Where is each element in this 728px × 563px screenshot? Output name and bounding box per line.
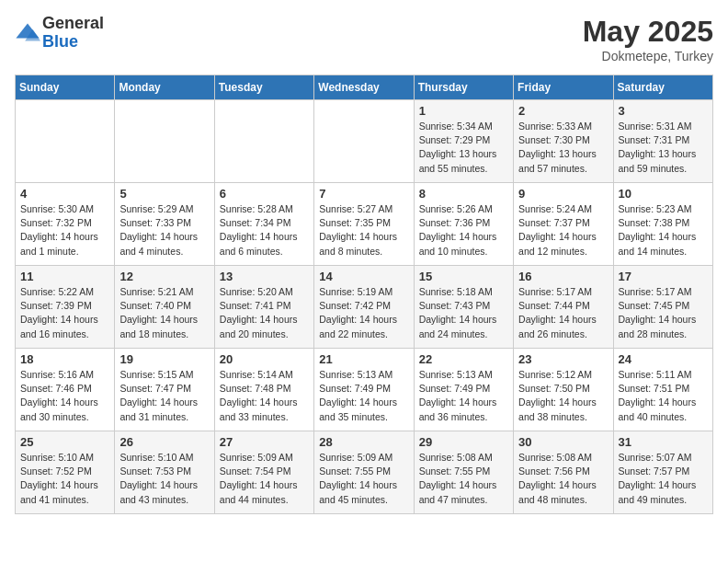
- day-number: 28: [319, 435, 408, 449]
- day-cell: 7Sunrise: 5:27 AMSunset: 7:35 PMDaylight…: [314, 183, 414, 266]
- day-number: 22: [419, 352, 508, 366]
- location-subtitle: Dokmetepe, Turkey: [583, 49, 713, 63]
- header-day-wednesday: Wednesday: [314, 75, 414, 100]
- day-info: Sunrise: 5:13 AMSunset: 7:49 PMDaylight:…: [319, 368, 408, 424]
- day-info: Sunrise: 5:30 AMSunset: 7:32 PMDaylight:…: [20, 202, 109, 259]
- day-cell: 22Sunrise: 5:13 AMSunset: 7:49 PMDayligh…: [414, 349, 513, 431]
- day-info: Sunrise: 5:24 AMSunset: 7:37 PMDaylight:…: [518, 202, 608, 259]
- day-info: Sunrise: 5:21 AMSunset: 7:40 PMDaylight:…: [119, 285, 209, 341]
- header-day-thursday: Thursday: [414, 75, 513, 100]
- day-cell: [214, 100, 313, 183]
- day-cell: [16, 100, 115, 183]
- day-info: Sunrise: 5:28 AMSunset: 7:34 PMDaylight:…: [220, 202, 309, 259]
- day-number: 14: [319, 270, 408, 283]
- logo: General Blue: [15, 15, 104, 52]
- calendar-header: SundayMondayTuesdayWednesdayThursdayFrid…: [16, 75, 713, 100]
- day-number: 4: [20, 187, 109, 201]
- day-cell: 27Sunrise: 5:09 AMSunset: 7:54 PMDayligh…: [214, 431, 313, 514]
- day-info: Sunrise: 5:09 AMSunset: 7:54 PMDaylight:…: [220, 451, 309, 507]
- day-cell: 6Sunrise: 5:28 AMSunset: 7:34 PMDaylight…: [214, 183, 313, 266]
- header-day-friday: Friday: [514, 75, 613, 100]
- day-cell: 5Sunrise: 5:29 AMSunset: 7:33 PMDaylight…: [115, 183, 214, 266]
- day-cell: 31Sunrise: 5:07 AMSunset: 7:57 PMDayligh…: [613, 431, 712, 514]
- logo-general: General: [42, 15, 104, 33]
- day-info: Sunrise: 5:31 AMSunset: 7:31 PMDaylight:…: [619, 120, 708, 176]
- week-row-5: 25Sunrise: 5:10 AMSunset: 7:52 PMDayligh…: [16, 431, 713, 514]
- week-row-1: 1Sunrise: 5:34 AMSunset: 7:29 PMDaylight…: [16, 100, 713, 183]
- day-cell: 29Sunrise: 5:08 AMSunset: 7:55 PMDayligh…: [414, 431, 513, 514]
- day-info: Sunrise: 5:10 AMSunset: 7:53 PMDaylight:…: [119, 451, 209, 507]
- day-number: 9: [518, 187, 608, 201]
- day-cell: 10Sunrise: 5:23 AMSunset: 7:38 PMDayligh…: [613, 183, 712, 266]
- month-title: May 2025: [583, 15, 713, 49]
- day-cell: 16Sunrise: 5:17 AMSunset: 7:44 PMDayligh…: [514, 266, 613, 349]
- day-number: 31: [619, 435, 708, 449]
- day-number: 18: [20, 352, 109, 366]
- day-cell: 23Sunrise: 5:12 AMSunset: 7:50 PMDayligh…: [514, 349, 613, 431]
- header-day-monday: Monday: [115, 75, 214, 100]
- day-info: Sunrise: 5:20 AMSunset: 7:41 PMDaylight:…: [220, 285, 309, 341]
- day-info: Sunrise: 5:13 AMSunset: 7:49 PMDaylight:…: [419, 368, 508, 424]
- day-number: 24: [619, 352, 708, 366]
- day-info: Sunrise: 5:15 AMSunset: 7:47 PMDaylight:…: [119, 368, 209, 424]
- day-number: 20: [220, 352, 309, 366]
- week-row-3: 11Sunrise: 5:22 AMSunset: 7:39 PMDayligh…: [16, 266, 713, 349]
- day-number: 21: [319, 352, 408, 366]
- week-row-2: 4Sunrise: 5:30 AMSunset: 7:32 PMDaylight…: [16, 183, 713, 266]
- day-cell: 13Sunrise: 5:20 AMSunset: 7:41 PMDayligh…: [214, 266, 313, 349]
- day-info: Sunrise: 5:16 AMSunset: 7:46 PMDaylight:…: [20, 368, 109, 424]
- day-number: 26: [119, 435, 209, 449]
- day-number: 15: [419, 270, 508, 283]
- day-cell: 20Sunrise: 5:14 AMSunset: 7:48 PMDayligh…: [214, 349, 313, 431]
- day-info: Sunrise: 5:17 AMSunset: 7:45 PMDaylight:…: [619, 285, 708, 341]
- day-cell: 9Sunrise: 5:24 AMSunset: 7:37 PMDaylight…: [514, 183, 613, 266]
- day-cell: 14Sunrise: 5:19 AMSunset: 7:42 PMDayligh…: [314, 266, 414, 349]
- day-info: Sunrise: 5:26 AMSunset: 7:36 PMDaylight:…: [419, 202, 508, 259]
- day-info: Sunrise: 5:12 AMSunset: 7:50 PMDaylight:…: [518, 368, 608, 424]
- day-number: 29: [419, 435, 508, 449]
- day-cell: 2Sunrise: 5:33 AMSunset: 7:30 PMDaylight…: [514, 100, 613, 183]
- day-number: 27: [220, 435, 309, 449]
- day-cell: 18Sunrise: 5:16 AMSunset: 7:46 PMDayligh…: [16, 349, 115, 431]
- page-header: General Blue May 2025 Dokmetepe, Turkey: [15, 15, 713, 63]
- day-info: Sunrise: 5:22 AMSunset: 7:39 PMDaylight:…: [20, 285, 109, 341]
- day-number: 3: [619, 104, 708, 118]
- day-number: 8: [419, 187, 508, 201]
- day-cell: 3Sunrise: 5:31 AMSunset: 7:31 PMDaylight…: [613, 100, 712, 183]
- header-day-tuesday: Tuesday: [214, 75, 313, 100]
- day-number: 7: [319, 187, 408, 201]
- day-cell: [314, 100, 414, 183]
- calendar-table: SundayMondayTuesdayWednesdayThursdayFrid…: [15, 75, 713, 514]
- day-cell: 30Sunrise: 5:08 AMSunset: 7:56 PMDayligh…: [514, 431, 613, 514]
- day-cell: 17Sunrise: 5:17 AMSunset: 7:45 PMDayligh…: [613, 266, 712, 349]
- calendar-body: 1Sunrise: 5:34 AMSunset: 7:29 PMDaylight…: [16, 100, 713, 514]
- day-cell: 12Sunrise: 5:21 AMSunset: 7:40 PMDayligh…: [115, 266, 214, 349]
- logo-icon: [15, 20, 40, 46]
- day-info: Sunrise: 5:23 AMSunset: 7:38 PMDaylight:…: [619, 202, 708, 259]
- day-info: Sunrise: 5:34 AMSunset: 7:29 PMDaylight:…: [419, 120, 508, 176]
- day-info: Sunrise: 5:08 AMSunset: 7:55 PMDaylight:…: [419, 451, 508, 507]
- header-day-saturday: Saturday: [613, 75, 712, 100]
- day-cell: [115, 100, 214, 183]
- day-number: 1: [419, 104, 508, 118]
- day-cell: 28Sunrise: 5:09 AMSunset: 7:55 PMDayligh…: [314, 431, 414, 514]
- day-cell: 19Sunrise: 5:15 AMSunset: 7:47 PMDayligh…: [115, 349, 214, 431]
- day-number: 30: [518, 435, 608, 449]
- day-info: Sunrise: 5:09 AMSunset: 7:55 PMDaylight:…: [319, 451, 408, 507]
- day-cell: 24Sunrise: 5:11 AMSunset: 7:51 PMDayligh…: [613, 349, 712, 431]
- day-number: 5: [119, 187, 209, 201]
- title-block: May 2025 Dokmetepe, Turkey: [583, 15, 713, 63]
- day-info: Sunrise: 5:19 AMSunset: 7:42 PMDaylight:…: [319, 285, 408, 341]
- day-info: Sunrise: 5:27 AMSunset: 7:35 PMDaylight:…: [319, 202, 408, 259]
- day-cell: 4Sunrise: 5:30 AMSunset: 7:32 PMDaylight…: [16, 183, 115, 266]
- day-info: Sunrise: 5:17 AMSunset: 7:44 PMDaylight:…: [518, 285, 608, 341]
- day-info: Sunrise: 5:29 AMSunset: 7:33 PMDaylight:…: [119, 202, 209, 259]
- day-info: Sunrise: 5:11 AMSunset: 7:51 PMDaylight:…: [619, 368, 708, 424]
- day-info: Sunrise: 5:08 AMSunset: 7:56 PMDaylight:…: [518, 451, 608, 507]
- header-day-sunday: Sunday: [16, 75, 115, 100]
- day-number: 13: [220, 270, 309, 283]
- day-info: Sunrise: 5:14 AMSunset: 7:48 PMDaylight:…: [220, 368, 309, 424]
- day-number: 25: [20, 435, 109, 449]
- day-cell: 21Sunrise: 5:13 AMSunset: 7:49 PMDayligh…: [314, 349, 414, 431]
- day-cell: 1Sunrise: 5:34 AMSunset: 7:29 PMDaylight…: [414, 100, 513, 183]
